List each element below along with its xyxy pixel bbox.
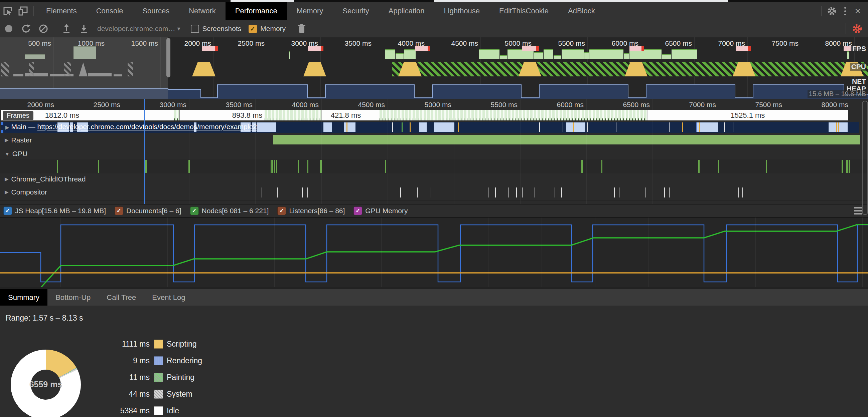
- gpu-activity-tick: [307, 160, 308, 173]
- counter-label[interactable]: Documents[6 – 6]: [126, 207, 181, 215]
- counter-checkbox[interactable]: ✓: [353, 207, 362, 215]
- details-tab-call-tree[interactable]: Call Tree: [99, 289, 144, 306]
- compositor-activity-tick: [561, 187, 562, 198]
- capture-settings-gear-icon[interactable]: [850, 23, 864, 35]
- screenshots-label[interactable]: Screenshots: [203, 25, 242, 33]
- settings-gear-icon[interactable]: [826, 5, 838, 17]
- partial-frames-bar[interactable]: [265, 110, 321, 120]
- main-activity-bar: [256, 123, 276, 132]
- chrome-childiothread-track[interactable]: ▶Chrome_ChildIOThread: [0, 173, 868, 186]
- memory-label[interactable]: Memory: [260, 25, 286, 33]
- counter-label[interactable]: JS Heap[15.6 MB – 19.8 MB]: [15, 207, 106, 215]
- counter-label[interactable]: GPU Memory: [365, 207, 408, 215]
- memory-counters-chart[interactable]: [0, 217, 868, 289]
- detail-ruler-label: 2000 ms: [27, 101, 57, 109]
- counter-checkbox[interactable]: ✓: [277, 207, 286, 215]
- gpu-activity-tick: [842, 160, 843, 173]
- more-options-icon[interactable]: [840, 7, 850, 15]
- partial-frames-bar[interactable]: [174, 110, 179, 120]
- save-profile-icon[interactable]: [77, 23, 91, 35]
- compositor-activity-tick: [645, 187, 646, 198]
- tab-security[interactable]: Security: [333, 2, 378, 20]
- tab-editthiscookie[interactable]: EditThisCookie: [490, 2, 558, 20]
- raster-track[interactable]: ▶Raster: [0, 133, 868, 148]
- legend-swatch-rendering: [154, 356, 163, 365]
- gpu-activity-tick: [271, 160, 272, 173]
- reload-record-button[interactable]: [20, 23, 33, 35]
- tab-performance[interactable]: Performance: [225, 2, 287, 20]
- tab-network[interactable]: Network: [179, 2, 225, 20]
- chevron-down-icon[interactable]: ▾: [177, 25, 180, 32]
- gpu-activity-tick: [846, 160, 848, 173]
- legend-row: 44 msSystem: [110, 389, 192, 399]
- clear-button[interactable]: [37, 23, 50, 35]
- device-toolbar-icon[interactable]: [18, 5, 29, 17]
- detail-gridline: [652, 99, 653, 204]
- raster-track-label: Raster: [11, 136, 32, 144]
- counter-checkbox[interactable]: ✓: [115, 207, 123, 215]
- tab-sources[interactable]: Sources: [133, 2, 179, 20]
- overlay-menu-icon[interactable]: [854, 207, 862, 214]
- main-activity-bar: [344, 123, 355, 132]
- memchart-gridline: [862, 217, 863, 287]
- compositor-track[interactable]: ▶Compositor: [0, 185, 868, 201]
- panel-tabs: ElementsConsoleSourcesNetworkPerformance…: [36, 2, 605, 20]
- frames-track[interactable]: 1812.0 ms893.8 ms421.8 ms1525.1 msFrames: [0, 110, 868, 122]
- collapsed-arrow-icon[interactable]: ▶: [5, 125, 9, 130]
- main-thread-track[interactable]: ▶ Main — https://developer.chrome.com/de…: [0, 121, 868, 134]
- screenshots-checkbox[interactable]: [191, 25, 199, 33]
- tab-memory[interactable]: Memory: [287, 2, 333, 20]
- tab-adblock[interactable]: AdBlock: [558, 2, 605, 20]
- memory-checkbox[interactable]: ✓: [249, 25, 257, 33]
- memchart-gridline: [274, 217, 275, 287]
- counter-label[interactable]: Nodes[6 081 – 6 221]: [202, 207, 269, 215]
- compositor-activity-tick: [669, 187, 670, 198]
- tab-application[interactable]: Application: [379, 2, 434, 20]
- compositor-activity-tick: [555, 187, 555, 198]
- gpu-activity-tick: [601, 160, 602, 173]
- profile-select[interactable]: developer.chrome.com…: [97, 25, 175, 33]
- gpu-track-lane[interactable]: [0, 160, 868, 174]
- partial-frames-bar[interactable]: [379, 110, 647, 120]
- flame-chart-area[interactable]: 1812.0 ms893.8 ms421.8 ms1525.1 msFrames…: [0, 99, 868, 204]
- tab-console[interactable]: Console: [87, 2, 133, 20]
- gpu-activity-tick: [581, 160, 583, 173]
- garbage-collect-icon[interactable]: [295, 23, 308, 35]
- compositor-activity-tick: [400, 187, 401, 198]
- collapsed-arrow-icon[interactable]: ▶: [5, 137, 9, 143]
- tab-elements[interactable]: Elements: [36, 2, 87, 20]
- main-white-tick: [587, 123, 588, 132]
- collapsed-arrow-icon[interactable]: ▶: [5, 189, 9, 195]
- memchart-gridline: [809, 217, 809, 287]
- divider: [33, 6, 34, 16]
- expanded-arrow-icon[interactable]: ▼: [5, 151, 10, 157]
- detail-gridline: [321, 99, 322, 204]
- divider: [188, 23, 188, 34]
- legend-row: 9 msRendering: [110, 356, 202, 366]
- details-tab-event-log[interactable]: Event Log: [144, 289, 193, 306]
- overview-net-label: NET: [850, 77, 867, 85]
- counter-checkbox[interactable]: ✓: [190, 207, 199, 215]
- close-devtools-icon[interactable]: ×: [850, 6, 865, 16]
- inspect-element-icon[interactable]: [2, 5, 13, 17]
- gpu-track-header[interactable]: ▼GPU: [0, 148, 868, 160]
- details-tab-bottom-up[interactable]: Bottom-Up: [48, 289, 99, 306]
- memchart-gridline: [328, 217, 328, 287]
- record-button[interactable]: [2, 23, 16, 35]
- selection-left-handle[interactable]: [166, 38, 170, 77]
- main-activity-bar: [566, 123, 585, 132]
- memory-chart-canvas: [0, 217, 868, 287]
- timeline-overview[interactable]: 500 ms1000 ms1500 ms2000 ms2500 ms3000 m…: [0, 37, 868, 99]
- legend-swatch-scripting: [154, 340, 163, 349]
- frame-duration-label: 1812.0 ms: [45, 111, 80, 120]
- playhead-line[interactable]: [144, 99, 145, 204]
- counter-label[interactable]: Listeners[86 – 86]: [289, 207, 345, 215]
- vertical-scrollbar[interactable]: [862, 101, 868, 215]
- counter-checkbox[interactable]: ✓: [3, 207, 12, 215]
- load-profile-icon[interactable]: [60, 23, 73, 35]
- tab-lighthouse[interactable]: Lighthouse: [434, 2, 490, 20]
- collapsed-arrow-icon[interactable]: ▶: [5, 176, 9, 182]
- details-tab-summary[interactable]: Summary: [0, 289, 48, 306]
- detail-gridline: [851, 99, 851, 204]
- memchart-gridline: [114, 217, 114, 287]
